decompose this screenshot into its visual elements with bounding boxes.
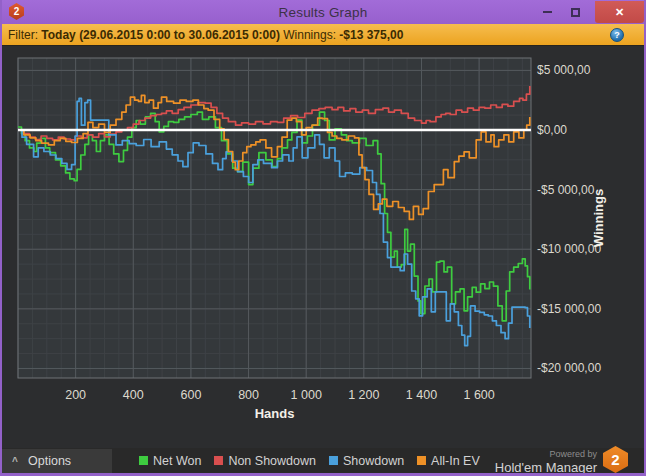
legend-item-showdown: Showdown (329, 454, 404, 468)
legend-label-net-won: Net Won (153, 454, 201, 468)
all-in-ev-swatch-icon (417, 456, 426, 465)
maximize-icon (571, 8, 580, 17)
svg-text:600: 600 (180, 388, 201, 402)
powered-by-label: Powered by (495, 448, 597, 459)
bottom-bar: ^ Options Net Won Non Showdown Showdown … (2, 448, 644, 473)
legend-label-showdown: Showdown (343, 454, 404, 468)
minimize-icon (543, 11, 552, 13)
close-icon: ✕ (615, 6, 624, 19)
svg-text:$0,00: $0,00 (537, 123, 567, 137)
results-graph-window: 2 Results Graph ✕ Filter: Today (29.06.2… (0, 0, 646, 476)
legend-item-non-showdown: Non Showdown (214, 454, 316, 468)
hm2-footer-logo-icon: 2 (603, 446, 628, 473)
legend-item-net-won: Net Won (139, 454, 201, 468)
legend-item-all-in-ev: All-In EV (417, 454, 480, 468)
chart-region: 2004006008001 0001 2001 4001 600$5 000,0… (2, 46, 644, 448)
chart-legend: Net Won Non Showdown Showdown All-In EV (139, 448, 480, 473)
options-button[interactable]: ^ Options (2, 449, 112, 473)
winnings-value: -$13 375,00 (339, 28, 403, 42)
x-axis-title: Hands (255, 406, 295, 421)
svg-text:$5 000,00: $5 000,00 (537, 63, 591, 77)
non-showdown-swatch-icon (214, 456, 223, 465)
results-chart: 2004006008001 0001 2001 4001 600$5 000,0… (2, 46, 644, 448)
caret-up-icon: ^ (2, 456, 28, 467)
x-axis-tick-labels: 2004006008001 0001 2001 4001 600 (65, 388, 495, 402)
svg-text:1 200: 1 200 (348, 388, 379, 402)
svg-text:200: 200 (65, 388, 86, 402)
y-axis-title: Winnings (591, 189, 606, 247)
showdown-swatch-icon (329, 456, 338, 465)
title-bar: 2 Results Graph ✕ (2, 0, 644, 24)
hm2-logo-text: 2 (14, 6, 20, 17)
svg-text:1 400: 1 400 (406, 388, 437, 402)
maximize-button[interactable] (561, 0, 589, 24)
close-button[interactable]: ✕ (595, 1, 644, 23)
filter-label: Filter: (8, 28, 41, 42)
window-controls: ✕ (533, 0, 644, 24)
svg-text:1 000: 1 000 (291, 388, 322, 402)
legend-label-non-showdown: Non Showdown (228, 454, 316, 468)
svg-text:-$20 000,00: -$20 000,00 (537, 361, 601, 375)
filter-range: Today (29.06.2015 0:00 to 30.06.2015 0:0… (41, 28, 280, 42)
info-icon[interactable]: ? (610, 28, 624, 42)
svg-text:-$5 000,00: -$5 000,00 (537, 183, 595, 197)
filter-bar: Filter: Today (29.06.2015 0:00 to 30.06.… (2, 24, 644, 46)
svg-text:400: 400 (123, 388, 144, 402)
svg-text:-$15 000,00: -$15 000,00 (537, 302, 601, 316)
brand-name: Hold'em Manager (495, 459, 597, 474)
net-won-swatch-icon (139, 456, 148, 465)
powered-by-block: Powered by Hold'em Manager (495, 448, 597, 473)
svg-text:800: 800 (238, 388, 259, 402)
minimize-button[interactable] (533, 0, 561, 24)
legend-label-all-in-ev: All-In EV (431, 454, 480, 468)
svg-text:1 600: 1 600 (463, 388, 494, 402)
options-label: Options (28, 454, 71, 468)
winnings-label: Winnings: (280, 28, 339, 42)
